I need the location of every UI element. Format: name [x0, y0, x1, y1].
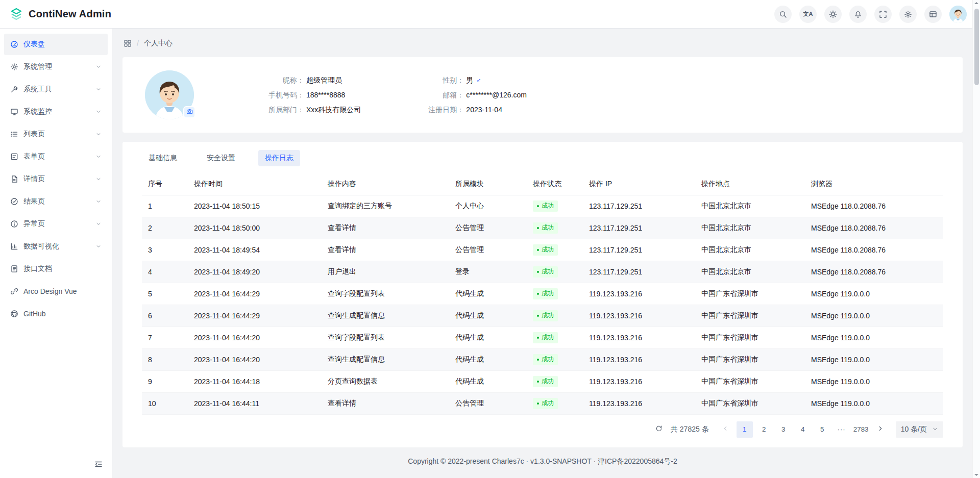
sidebar-item-system-tools[interactable]: 系统工具: [4, 79, 108, 100]
sidebar-item-form-page[interactable]: 表单页: [4, 146, 108, 167]
collapse-sidebar-button[interactable]: [91, 458, 106, 472]
sidebar-item-detail-page[interactable]: 详情页: [4, 168, 108, 190]
layout-icon: [929, 10, 937, 18]
sidebar-item-exception-page[interactable]: 异常页: [4, 213, 108, 235]
cell-ip: 123.117.129.251: [583, 217, 695, 239]
operation-log-card: 基础信息安全设置操作日志 序号操作时间操作内容所属模块操作状态操作 IP操作地点…: [122, 142, 963, 447]
theme-button[interactable]: [824, 6, 842, 23]
cell-time: 2023-11-04 16:44:18: [188, 370, 322, 392]
breadcrumb-current: 个人中心: [144, 39, 173, 48]
status-dot-icon: [537, 293, 539, 295]
notifications-button[interactable]: [849, 6, 867, 23]
field-label: 所属部门：: [261, 104, 304, 115]
cell-no: 2: [142, 217, 188, 239]
cell-status: 成功: [527, 195, 583, 217]
male-symbol: ♂: [476, 74, 481, 86]
cell-no: 1: [142, 195, 188, 217]
page-ellipsis[interactable]: ···: [834, 421, 850, 438]
page-button-2783[interactable]: 2783: [853, 421, 869, 438]
scrollbar-thumb[interactable]: [974, 9, 979, 85]
change-avatar-button[interactable]: [183, 106, 195, 118]
refresh-button[interactable]: [652, 423, 666, 436]
sidebar-item-result-page[interactable]: 结果页: [4, 191, 108, 212]
status-dot-icon: [537, 227, 539, 229]
cell-time: 2023-11-04 16:44:29: [188, 305, 322, 326]
table-row: 12023-11-04 18:50:15查询绑定的三方账号个人中心成功123.1…: [142, 195, 943, 217]
top-bar: ContiNew Admin 文A: [0, 0, 980, 29]
cell-location: 中国广东省深圳市: [695, 370, 805, 392]
status-badge: 成功: [533, 398, 558, 409]
prev-page-button[interactable]: [717, 421, 733, 438]
cell-ip: 119.123.193.216: [583, 326, 695, 348]
fullscreen-icon: [879, 10, 887, 18]
page-button-4[interactable]: 4: [795, 421, 811, 438]
cell-content: 查询生成配置信息: [322, 348, 449, 370]
cell-module: 登录: [449, 261, 527, 283]
page-size-select[interactable]: 10 条/页: [896, 421, 943, 438]
translate-button[interactable]: 文A: [799, 6, 817, 23]
search-button[interactable]: [774, 6, 792, 23]
status-badge: 成功: [533, 332, 558, 343]
tab-operation-log[interactable]: 操作日志: [258, 150, 300, 166]
page-button-1[interactable]: 1: [737, 421, 753, 438]
app-logo-icon: [9, 7, 23, 21]
field-value: 男: [466, 74, 473, 86]
sidebar-item-api-docs[interactable]: 接口文档: [4, 258, 108, 280]
theme-icon: [829, 10, 837, 18]
cell-browser: MSEdge 118.0.2088.76: [805, 239, 943, 261]
cell-content: 查看详情: [322, 239, 449, 261]
cell-time: 2023-11-04 18:50:15: [188, 195, 322, 217]
next-page-button[interactable]: [872, 421, 889, 438]
sidebar-item-system-management[interactable]: 系统管理: [4, 56, 108, 78]
translate-icon: 文A: [803, 10, 813, 18]
layout-button[interactable]: [924, 6, 942, 23]
form-icon: [10, 153, 18, 161]
column-header: 操作 IP: [583, 173, 695, 195]
column-header: 操作时间: [188, 173, 322, 195]
sidebar-item-data-visualization[interactable]: 数据可视化: [4, 236, 108, 257]
status-dot-icon: [537, 402, 539, 405]
cell-module: 代码生成: [449, 283, 527, 305]
sidebar-item-dashboard[interactable]: 仪表盘: [4, 34, 108, 55]
cell-content: 查询字段配置列表: [322, 283, 449, 305]
column-header: 浏览器: [805, 173, 943, 195]
cell-content: 用户退出: [322, 261, 449, 283]
table-row: 42023-11-04 18:49:20用户退出登录成功123.117.129.…: [142, 261, 943, 283]
cell-no: 8: [142, 348, 188, 370]
page-button-5[interactable]: 5: [814, 421, 830, 438]
table-row: 102023-11-04 16:44:11查看详情公告管理成功119.123.1…: [142, 392, 943, 414]
field-label: 性别：: [421, 74, 464, 86]
sidebar-item-system-monitor[interactable]: 系统监控: [4, 101, 108, 122]
profile-field: 手机号码：188****8888: [261, 89, 361, 100]
sidebar-item-list-page[interactable]: 列表页: [4, 123, 108, 145]
apps-icon[interactable]: [124, 39, 132, 47]
profile-field: 性别：男♂: [421, 74, 527, 86]
copyright-text: Copyright © 2022-present Charles7c · v1.…: [408, 457, 677, 465]
scroll-down-arrow-icon[interactable]: [974, 474, 978, 476]
cell-status: 成功: [527, 283, 583, 305]
status-dot-icon: [537, 315, 539, 317]
sidebar-item-arco-design-vue[interactable]: Arco Design Vue: [4, 281, 108, 302]
page-button-3[interactable]: 3: [775, 421, 792, 438]
page-scrollbar[interactable]: [972, 0, 980, 478]
gear-icon: [10, 63, 18, 71]
scroll-up-arrow-icon[interactable]: [974, 2, 978, 4]
tab-security-settings[interactable]: 安全设置: [200, 150, 242, 166]
main-content: / 个人中心 昵称：超级管理员手机号码：188****8888所属部门：Xxx科…: [112, 29, 980, 478]
page-button-2[interactable]: 2: [756, 421, 772, 438]
tab-basic-info[interactable]: 基础信息: [142, 150, 184, 166]
cell-status: 成功: [527, 348, 583, 370]
cell-ip: 123.117.129.251: [583, 239, 695, 261]
cell-ip: 119.123.193.216: [583, 392, 695, 414]
settings-button[interactable]: [899, 6, 917, 23]
fullscreen-button[interactable]: [874, 6, 892, 23]
chevron-down-icon: [95, 131, 102, 137]
cell-browser: MSEdge 119.0.0.0: [805, 348, 943, 370]
sidebar-item-github[interactable]: GitHub: [4, 303, 108, 324]
settings-icon: [904, 10, 912, 18]
tool-icon: [10, 85, 18, 93]
table-header-row: 序号操作时间操作内容所属模块操作状态操作 IP操作地点浏览器: [142, 173, 943, 195]
table-row: 32023-11-04 18:49:54查看详情公告管理成功123.117.12…: [142, 239, 943, 261]
user-avatar[interactable]: [949, 6, 967, 23]
cell-location: 中国广东省深圳市: [695, 283, 805, 305]
